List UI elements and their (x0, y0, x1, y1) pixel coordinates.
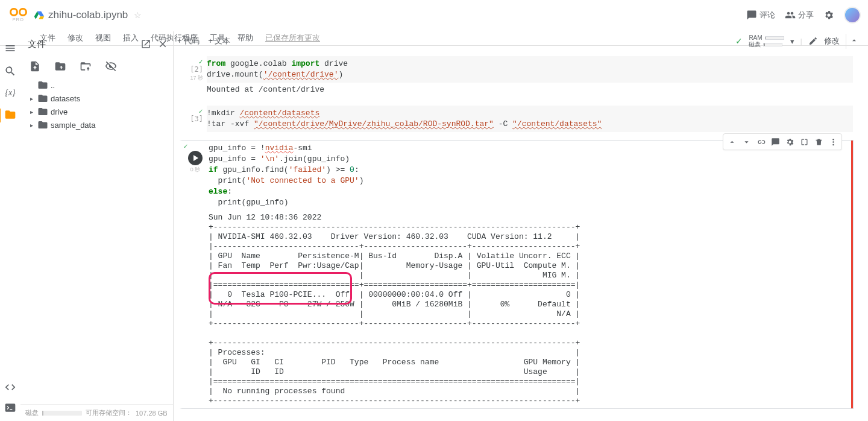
cell-timing: 0 秒 (190, 166, 201, 174)
share-button[interactable]: 分享 (785, 10, 814, 21)
pencil-icon (808, 36, 818, 46)
code-cell-active[interactable]: ✓ 0 秒 gpu_info = !nvidia-smi gpu_info = … (180, 140, 854, 409)
comment-icon (771, 138, 780, 147)
close-icon[interactable] (157, 39, 168, 49)
cell-timing: 17 秒 (190, 74, 203, 82)
pro-badge: PRO (13, 17, 24, 22)
share-label: 分享 (798, 10, 814, 21)
move-up-button[interactable] (725, 135, 739, 148)
folder-icon (4, 109, 16, 121)
run-button[interactable] (188, 151, 203, 165)
run-check-icon: ✓ (183, 143, 188, 150)
add-text-button[interactable]: + 文本 (208, 36, 230, 46)
ram-bar (765, 36, 784, 40)
more-vert-icon (829, 138, 838, 147)
upload-file-icon[interactable] (29, 60, 41, 72)
toc-icon[interactable] (4, 42, 16, 54)
cell-output: Mounted at /content/drive (207, 83, 853, 97)
code-cell[interactable]: ✓ [3] !mkdir /content/datasets !tar -xvf… (180, 105, 854, 133)
files-tab-active[interactable] (0, 109, 16, 122)
ram-label: RAM (749, 34, 762, 41)
folder-label: drive (51, 107, 68, 116)
new-window-icon[interactable] (140, 39, 151, 49)
avail-value: 107.28 GB (136, 410, 168, 417)
share-icon (785, 10, 796, 21)
file-panel-title: 文件 (28, 39, 46, 50)
drive-icon (34, 10, 45, 21)
cell-gutter: ✓ 0 秒 (182, 141, 209, 408)
move-down-button[interactable] (739, 135, 753, 148)
collapse-button[interactable] (846, 34, 862, 49)
hidden-files-icon[interactable] (105, 60, 117, 72)
code-editor[interactable]: from google.colab import drive drive.mou… (207, 56, 853, 83)
arrow-down-icon (742, 138, 751, 147)
comment-label: 评论 (760, 10, 775, 21)
comment-button[interactable]: 评论 (746, 10, 775, 21)
notebook-title[interactable]: zhihu-colab.ipynb (48, 9, 128, 21)
link-button[interactable] (753, 135, 768, 148)
cell-output: Sun Jun 12 10:48:36 2022 +--------------… (209, 210, 853, 408)
code-icon[interactable] (4, 381, 16, 393)
file-tree-up[interactable]: .. (24, 78, 169, 92)
gear-icon (823, 10, 834, 21)
arrow-up-icon (728, 138, 737, 147)
comment-icon (746, 10, 757, 21)
code-editor[interactable]: !mkdir /content/datasets !tar -xvf "/con… (207, 106, 853, 132)
disk-bar (763, 43, 782, 46)
link-icon (756, 138, 766, 147)
star-icon[interactable]: ☆ (134, 10, 142, 20)
avail-label: 可用存储空间： (86, 408, 132, 417)
folder-icon (37, 93, 48, 104)
file-panel: 文件 .. ▸datasets ▸drive ▸sample_data 磁盘 可… (20, 31, 174, 421)
header: PRO zhihu-colab.ipynb ☆ 评论 分享 (0, 0, 868, 30)
search-icon[interactable] (4, 65, 16, 77)
svg-point-1 (832, 138, 834, 140)
code-cell[interactable]: ✓ [2] 17 秒 from google.colab import driv… (180, 55, 854, 98)
disk-label: 磁盘 (25, 408, 39, 417)
mount-drive-icon[interactable] (80, 60, 92, 72)
mirror-icon (800, 138, 809, 147)
folder-icon (37, 106, 48, 117)
delete-cell-button[interactable] (811, 135, 826, 148)
file-tree-up-label: .. (51, 81, 55, 90)
chevron-up-icon (850, 36, 858, 45)
terminal-icon[interactable] (4, 402, 16, 414)
disk-label: 磁盘 (749, 41, 761, 48)
edit-mode-label[interactable]: 修改 (824, 36, 840, 46)
gear-icon (785, 138, 794, 147)
avatar[interactable] (844, 7, 861, 24)
add-code-button[interactable]: + 代码 (177, 36, 200, 46)
cell-prompt: [3] (190, 115, 203, 123)
play-icon (193, 155, 198, 161)
mirror-button[interactable] (797, 135, 811, 148)
folder-icon (37, 80, 48, 90)
disk-usage-bar (42, 411, 82, 416)
notebook-toolbar: + 代码 + 文本 ✓ RAM 磁盘 ▾ | 修改 (177, 33, 862, 49)
svg-rect-0 (5, 404, 16, 411)
settings-button[interactable] (823, 10, 834, 21)
resource-status[interactable]: RAM 磁盘 (749, 34, 784, 48)
svg-point-2 (832, 141, 834, 143)
cell-settings-button[interactable] (782, 135, 797, 148)
left-rail: {x} (0, 31, 20, 421)
folder-label: sample_data (51, 121, 95, 130)
more-button[interactable] (826, 135, 840, 148)
file-tree-datasets[interactable]: ▸datasets (24, 92, 169, 105)
folder-label: datasets (51, 94, 80, 103)
cell-gutter: ✓ [2] 17 秒 (180, 56, 207, 97)
comment-cell-button[interactable] (768, 135, 782, 148)
notebook-area[interactable]: ✓ [2] 17 秒 from google.colab import driv… (177, 53, 863, 421)
file-tree-sample-data[interactable]: ▸sample_data (24, 118, 169, 131)
folder-icon (37, 119, 48, 130)
file-tree: .. ▸datasets ▸drive ▸sample_data (20, 78, 173, 131)
run-check-icon: ✓ (198, 59, 203, 65)
file-panel-footer: 磁盘 可用存储空间： 107.28 GB (20, 404, 173, 421)
cell-gutter: ✓ [3] (180, 106, 207, 132)
variables-icon[interactable]: {x} (5, 88, 15, 98)
status-check-icon: ✓ (735, 36, 743, 46)
cell-prompt: [2] (190, 65, 203, 74)
file-tree-drive[interactable]: ▸drive (24, 105, 169, 118)
refresh-icon[interactable] (54, 60, 66, 72)
code-editor[interactable]: gpu_info = !nvidia-smi gpu_info = '\n'.j… (209, 141, 853, 210)
resource-dropdown-icon[interactable]: ▾ (790, 37, 794, 46)
